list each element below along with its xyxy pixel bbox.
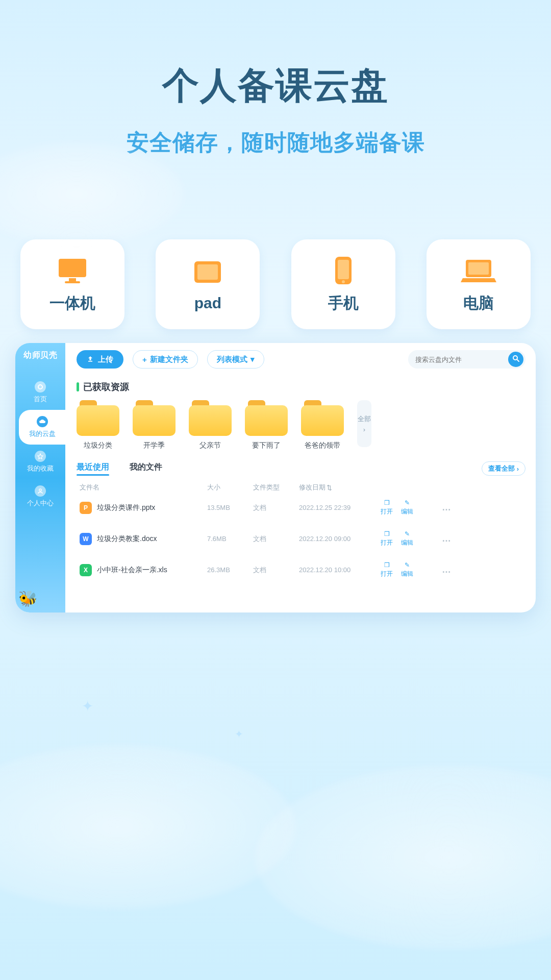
search-button[interactable] — [508, 352, 523, 367]
monitor-icon — [55, 255, 90, 286]
col-date-label: 修改日期 — [299, 483, 325, 492]
folder-label: 要下雨了 — [252, 441, 281, 450]
filetype-icon: W — [80, 533, 92, 545]
device-label: 一体机 — [49, 293, 95, 314]
folder-row: 垃圾分类 开学季 父亲节 要下雨了 爸爸的领带 全部 › — [77, 400, 525, 450]
device-label: pad — [194, 295, 221, 312]
device-card-laptop: 电脑 — [427, 239, 531, 329]
device-label: 电脑 — [463, 293, 494, 314]
file-type: 文档 — [253, 534, 299, 544]
file-date: 2022.12.25 22:39 — [299, 504, 381, 511]
accent-bar — [77, 382, 79, 391]
sidebar-item-label: 首页 — [34, 395, 47, 404]
table-row[interactable]: X小中班-社会亲一亲.xls26.3MB文档2022.12.20 10:00❒打… — [77, 554, 525, 585]
file-type: 文档 — [253, 566, 299, 575]
open-button[interactable]: ❒打开 — [381, 530, 393, 547]
new-folder-label: 新建文件夹 — [150, 355, 188, 364]
more-button[interactable]: … — [442, 502, 457, 513]
edit-icon: ✎ — [405, 561, 410, 569]
folder-item[interactable]: 要下雨了 — [245, 400, 288, 450]
folder-label: 垃圾分类 — [84, 441, 112, 450]
brand-logo: 幼师贝壳 — [23, 350, 57, 361]
folder-item[interactable]: 父亲节 — [189, 400, 232, 450]
device-card-aio: 一体机 — [20, 239, 124, 329]
tab-recent[interactable]: 最近使用 — [77, 462, 109, 476]
search-input[interactable] — [415, 356, 508, 363]
sidebar-item-profile[interactable]: 个人中心 — [15, 479, 65, 514]
folder-item[interactable]: 垃圾分类 — [77, 400, 119, 450]
svg-rect-4 — [197, 264, 218, 280]
sidebar-item-my-cloud[interactable]: 我的云盘 — [19, 410, 66, 445]
svg-rect-9 — [468, 262, 489, 275]
section-title-text: 已获取资源 — [83, 381, 129, 393]
file-name-text: 垃圾分类课件.pptx — [97, 503, 155, 512]
sidebar: 幼师贝壳 首页 我的云盘 我的收藏 个人中心 🐝 — [15, 343, 65, 612]
more-button[interactable]: … — [442, 533, 457, 544]
new-folder-button[interactable]: + 新建文件夹 — [133, 350, 198, 369]
svg-point-11 — [39, 489, 41, 491]
sidebar-item-label: 我的收藏 — [27, 464, 54, 473]
tab-my-files[interactable]: 我的文件 — [130, 462, 162, 476]
edit-button[interactable]: ✎编辑 — [401, 561, 413, 578]
file-size: 7.6MB — [207, 535, 253, 543]
star-icon — [35, 451, 46, 462]
all-folders-button[interactable]: 全部 › — [357, 400, 371, 447]
section-title: 已获取资源 — [77, 381, 525, 393]
view-all-label: 查看全部 — [488, 464, 515, 473]
device-cards: 一体机 pad 手机 电脑 — [0, 239, 551, 329]
col-type: 文件类型 — [253, 483, 299, 492]
folder-icon — [77, 400, 119, 436]
file-date: 2022.12.20 10:00 — [299, 566, 381, 574]
svg-point-7 — [342, 280, 345, 283]
sidebar-item-fav[interactable]: 我的收藏 — [15, 445, 65, 479]
home-icon — [35, 381, 46, 393]
col-date[interactable]: 修改日期 ⇅ — [299, 483, 381, 492]
file-size: 13.5MB — [207, 504, 253, 511]
filetype-icon: P — [80, 502, 92, 514]
sidebar-item-label: 我的云盘 — [29, 429, 56, 438]
svg-rect-12 — [88, 361, 92, 362]
folder-label: 爸爸的领带 — [305, 441, 340, 450]
sidebar-item-home[interactable]: 首页 — [15, 375, 65, 410]
folder-item[interactable]: 开学季 — [133, 400, 176, 450]
table-row[interactable]: W垃圾分类教案.docx7.6MB文档2022.12.20 09:00❒打开✎编… — [77, 523, 525, 554]
svg-rect-2 — [65, 281, 80, 283]
file-size: 26.3MB — [207, 566, 253, 574]
file-name: P垃圾分类课件.pptx — [80, 502, 207, 514]
open-button[interactable]: ❒打开 — [381, 561, 393, 578]
file-date: 2022.12.20 09:00 — [299, 535, 381, 543]
device-card-phone: 手机 — [291, 239, 395, 329]
file-name: X小中班-社会亲一亲.xls — [80, 564, 207, 576]
search-box[interactable] — [408, 350, 525, 369]
col-name: 文件名 — [80, 483, 207, 492]
view-all-button[interactable]: 查看全部 › — [482, 461, 525, 476]
edit-icon: ✎ — [405, 499, 410, 506]
svg-rect-6 — [338, 260, 349, 279]
folder-icon — [133, 400, 176, 436]
file-tabs: 最近使用 我的文件 查看全部 › — [77, 461, 525, 476]
svg-rect-1 — [69, 278, 76, 281]
folder-item[interactable]: 爸爸的领带 — [301, 400, 344, 450]
file-name-text: 小中班-社会亲一亲.xls — [97, 566, 167, 575]
folder-label: 开学季 — [143, 441, 165, 450]
svg-rect-0 — [59, 259, 86, 277]
folder-icon — [301, 400, 344, 436]
svg-point-10 — [38, 385, 42, 389]
list-mode-button[interactable]: 列表模式 ▾ — [207, 350, 264, 369]
cube-icon: ❒ — [384, 499, 390, 506]
edit-button[interactable]: ✎编辑 — [401, 499, 413, 516]
edit-button[interactable]: ✎编辑 — [401, 530, 413, 547]
table-row[interactable]: P垃圾分类课件.pptx13.5MB文档2022.12.25 22:39❒打开✎… — [77, 492, 525, 523]
filetype-icon: X — [80, 564, 92, 576]
more-button[interactable]: … — [442, 565, 457, 575]
open-button[interactable]: ❒打开 — [381, 499, 393, 516]
upload-button[interactable]: 上传 — [77, 350, 123, 369]
file-name-text: 垃圾分类教案.docx — [97, 534, 157, 544]
upload-icon — [87, 355, 94, 364]
cloud-icon — [37, 416, 48, 427]
caret-down-icon: ▾ — [251, 355, 255, 364]
mascot-icon: 🐝 — [18, 590, 37, 607]
table-header: 文件名 大小 文件类型 修改日期 ⇅ — [77, 483, 525, 492]
sort-icon: ⇅ — [327, 484, 332, 492]
chevron-right-icon: › — [363, 426, 365, 433]
